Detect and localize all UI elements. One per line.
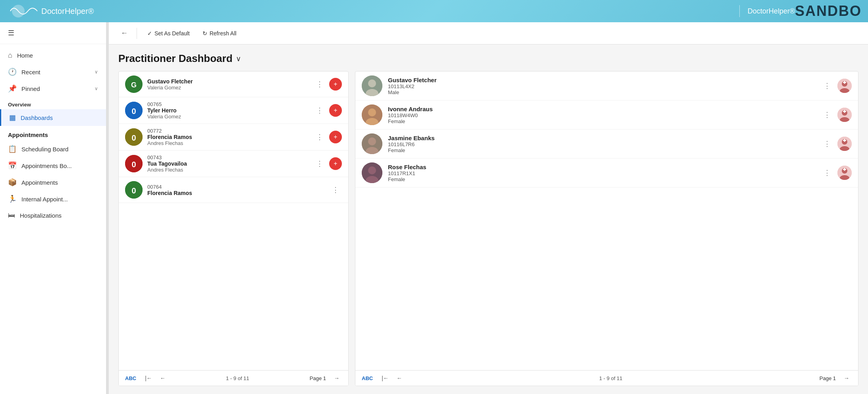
patient-actions: ⋮ + — [314, 157, 342, 170]
avatar: 0 — [125, 128, 143, 146]
chevron-down-icon: ∨ — [95, 69, 98, 75]
svg-point-37 — [368, 166, 376, 174]
sidebar: ☰ ⌂ Home 🕐 Recent ∨ 📌 Pinned ∨ Overview … — [0, 22, 106, 394]
detail-actions: ⋮ — [821, 79, 852, 93]
detail-actions: ⋮ — [821, 137, 852, 151]
patient-detail-gender: Female — [388, 176, 816, 182]
hamburger-button[interactable]: ☰ — [6, 27, 16, 39]
patient-detail-info: Gustavo Fletcher 10113L4X2 Male — [388, 77, 816, 95]
sidebar-item-appointments[interactable]: 📦 Appointments — [0, 174, 106, 191]
sidebar-item-hospitalizations-label: Hospitalizations — [20, 212, 62, 219]
left-panel-footer: ABC |← ← 1 - 9 of 11 Page 1 → — [119, 370, 348, 386]
patients-detail-scroll: Gustavo Fletcher 10113L4X2 Male ⋮ — [355, 71, 858, 370]
patient-detail-gender: Female — [388, 147, 816, 153]
nurse-avatar — [837, 166, 852, 180]
patient-name: Tyler Herro — [147, 107, 309, 114]
dashboard-chevron-icon[interactable]: ∨ — [236, 54, 241, 63]
checkmark-icon: ✓ — [147, 30, 152, 37]
svg-rect-43 — [844, 168, 845, 171]
pin-icon: 📌 — [8, 84, 17, 93]
more-options-button[interactable]: ⋮ — [821, 168, 833, 178]
more-options-button[interactable]: ⋮ — [821, 139, 833, 149]
dashboard-title-row: Practitioner Dashboard ∨ — [118, 52, 858, 65]
patient-detail-info: Jasmine Ebanks 10116L7R6 Female — [388, 135, 816, 153]
patient-queue-scroll: G Gustavo Fletcher Valeria Gomez ⋮ + — [119, 71, 348, 370]
page-label: Page 1 — [307, 375, 328, 381]
sidebar-item-internal[interactable]: 🏃 Internal Appoint... — [0, 191, 106, 207]
svg-point-29 — [368, 137, 376, 145]
patient-detail-id: 10113L4X2 — [388, 83, 816, 89]
detail-actions: ⋮ — [821, 108, 852, 122]
sidebar-item-pinned[interactable]: 📌 Pinned ∨ — [0, 80, 106, 97]
page-range: 1 - 9 of 11 — [171, 375, 304, 381]
refresh-all-label: Refresh All — [210, 30, 237, 37]
sidebar-item-scheduling[interactable]: 📋 Scheduling Board — [0, 141, 106, 157]
nurse-avatar — [837, 79, 852, 93]
more-options-button[interactable]: ⋮ — [821, 81, 833, 91]
more-options-button[interactable]: ⋮ — [314, 132, 326, 142]
plus-icon: + — [334, 81, 337, 88]
list-item: Ivonne Andraus 10118W4W0 Female ⋮ — [355, 100, 858, 129]
patient-detail-id: 10118W4W0 — [388, 112, 816, 118]
first-page-button[interactable]: |← — [143, 374, 154, 382]
set-default-button[interactable]: ✓ Set As Default — [142, 28, 195, 39]
medication-button[interactable]: + — [329, 104, 342, 117]
medication-button[interactable]: + — [329, 157, 342, 170]
more-options-button[interactable]: ⋮ — [330, 185, 342, 195]
list-item: Jasmine Ebanks 10116L7R6 Female ⋮ — [355, 129, 858, 158]
patient-photo — [362, 75, 382, 96]
abc-link[interactable]: ABC — [362, 375, 373, 381]
svg-rect-19 — [844, 81, 845, 84]
patient-detail-id: 10116L7R6 — [388, 141, 816, 147]
overview-section-label: Overview — [0, 97, 106, 109]
patient-info: 00765 Tyler Herro Valeria Gomez — [147, 101, 309, 120]
patient-number: 00743 — [147, 155, 309, 160]
patient-info: 00772 Florencia Ramos Andres Flechas — [147, 128, 309, 146]
patient-actions: ⋮ + — [314, 104, 342, 117]
scheduling-icon: 📋 — [8, 145, 17, 153]
sidebar-item-appt-board[interactable]: 📅 Appointments Bo... — [0, 157, 106, 174]
prev-page-button[interactable]: ← — [158, 374, 168, 382]
more-options-button[interactable]: ⋮ — [821, 110, 833, 120]
dashboard-title: Practitioner Dashboard — [118, 52, 233, 65]
patient-name: Florencia Ramos — [147, 134, 309, 140]
svg-point-21 — [368, 108, 376, 116]
abc-link[interactable]: ABC — [125, 375, 136, 381]
medication-button[interactable]: + — [329, 78, 342, 91]
svg-text:0: 0 — [131, 107, 136, 116]
more-options-button[interactable]: ⋮ — [314, 105, 326, 116]
more-options-button[interactable]: ⋮ — [314, 158, 326, 169]
list-item: Gustavo Fletcher 10113L4X2 Male ⋮ — [355, 71, 858, 100]
patient-queue-panel: G Gustavo Fletcher Valeria Gomez ⋮ + — [118, 71, 349, 386]
back-button[interactable]: ← — [117, 27, 132, 40]
set-default-label: Set As Default — [154, 30, 190, 37]
patient-provider: Valeria Gomez — [147, 114, 309, 120]
table-row: G Gustavo Fletcher Valeria Gomez ⋮ + — [119, 71, 348, 97]
next-page-button[interactable]: → — [841, 374, 852, 382]
panels-row: G Gustavo Fletcher Valeria Gomez ⋮ + — [118, 71, 858, 386]
sidebar-item-hospitalizations[interactable]: 🛏 Hospitalizations — [0, 207, 106, 224]
sidebar-item-home-label: Home — [17, 52, 33, 59]
sidebar-item-recent[interactable]: 🕐 Recent ∨ — [0, 64, 106, 80]
refresh-all-button[interactable]: ↻ Refresh All — [197, 28, 242, 39]
prev-page-button[interactable]: ← — [394, 374, 405, 382]
more-options-button[interactable]: ⋮ — [314, 79, 326, 89]
sidebar-item-home[interactable]: ⌂ Home — [0, 47, 106, 64]
sidebar-item-internal-label: Internal Appoint... — [21, 196, 68, 203]
avatar: 0 — [125, 102, 143, 119]
patient-detail-gender: Female — [388, 118, 816, 124]
sidebar-item-dashboards[interactable]: ▦ Dashboards — [0, 109, 106, 126]
first-page-button[interactable]: |← — [379, 374, 391, 382]
patient-info: 00743 Tua Tagovailoa Andres Flechas — [147, 155, 309, 173]
patient-provider: Andres Flechas — [147, 140, 309, 146]
medication-button[interactable]: + — [329, 131, 342, 143]
calendar-icon: 📅 — [8, 161, 17, 170]
logo-area: DoctorHelper® — [6, 3, 731, 19]
patient-name: Gustavo Fletcher — [147, 78, 309, 85]
patient-detail-info: Ivonne Andraus 10118W4W0 Female — [388, 106, 816, 124]
patient-detail-name: Jasmine Ebanks — [388, 135, 816, 141]
next-page-button[interactable]: → — [332, 374, 342, 382]
svg-text:0: 0 — [131, 133, 136, 142]
patient-detail-name: Ivonne Andraus — [388, 106, 816, 112]
appointments-section-label: Appointments — [0, 126, 106, 141]
